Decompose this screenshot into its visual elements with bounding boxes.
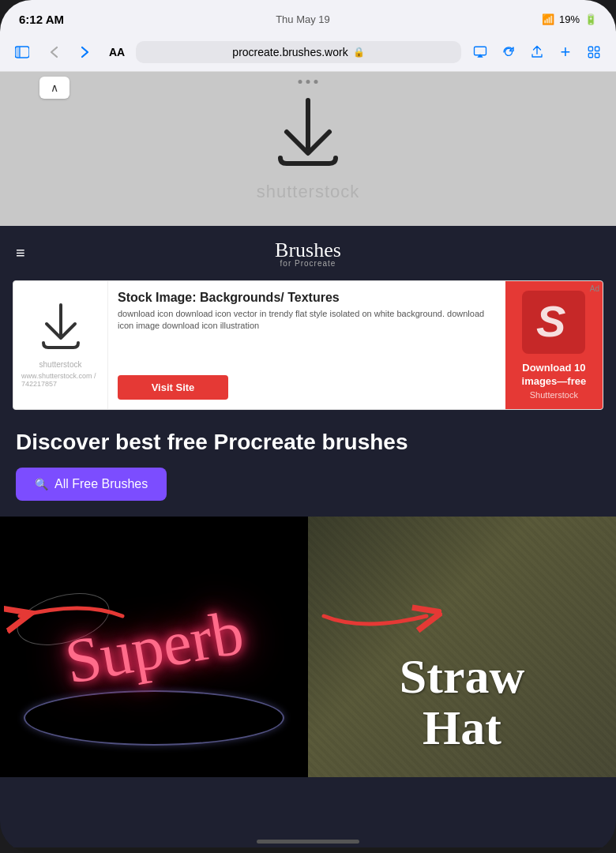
website-nav: ≡ Brushes for Procreate (0, 226, 616, 280)
svg-rect-3 (475, 47, 486, 55)
download-icon-large (272, 96, 344, 175)
status-bar: 6:12 AM Thu May 19 📶 19% 🔋 (0, 0, 616, 35)
dot-1 (299, 80, 302, 84)
share-button[interactable] (524, 39, 550, 65)
ad-image: shutterstock www.shutterstock.com / 7422… (13, 281, 108, 409)
ad-desc: download icon download icon vector in tr… (118, 308, 496, 333)
text-size-button[interactable]: AA (104, 39, 130, 65)
left-arrow-overlay (4, 596, 130, 636)
ad-download-icon (37, 302, 85, 357)
svg-rect-5 (595, 47, 599, 51)
ipad-frame: 6:12 AM Thu May 19 📶 19% 🔋 AA procreate.… (0, 0, 616, 853)
lock-icon: 🔒 (353, 47, 365, 58)
page-headline: Discover best free Procreate brushes (0, 423, 616, 468)
website-content: ≡ Brushes for Procreate Ad (0, 226, 616, 847)
ad-right-text: Download 10 images—free (515, 362, 593, 389)
ad-left: Stock Image: Backgrounds/ Textures downl… (108, 281, 505, 409)
straw-hat-text: Straw Hat (308, 651, 616, 753)
reload-button[interactable] (496, 39, 521, 65)
add-tab-button[interactable]: + (553, 39, 578, 65)
ad-content-row: shutterstock www.shutterstock.com / 7422… (13, 281, 505, 409)
url-bar[interactable]: procreate.brushes.work 🔒 (136, 41, 461, 63)
svg-rect-7 (595, 54, 599, 58)
tabs-button[interactable] (581, 39, 607, 65)
shutterstock-logo-box: S (522, 291, 585, 354)
ad-right: S Download 10 images—free Shutterstock (505, 281, 603, 409)
back-button[interactable] (41, 39, 66, 65)
status-date: Thu May 19 (276, 13, 330, 25)
ad-label: Ad (590, 284, 599, 293)
svg-rect-1 (15, 47, 20, 58)
airplay-button[interactable] (468, 39, 493, 65)
svg-rect-6 (588, 54, 592, 58)
shutterstock-s-icon: S (530, 295, 577, 349)
ad-url: www.shutterstock.com / 742217857 (21, 372, 100, 388)
svg-rect-4 (588, 47, 592, 51)
svg-text:S: S (536, 296, 565, 343)
sidebar-toggle-button[interactable] (9, 39, 35, 65)
collapse-button[interactable]: ∧ (39, 77, 69, 99)
url-text: procreate.brushes.work (232, 46, 347, 58)
home-indicator (257, 840, 359, 844)
visit-site-button[interactable]: Visit Site (118, 375, 228, 400)
ad-title: Stock Image: Backgrounds/ Textures (118, 291, 496, 305)
all-free-brushes-button[interactable]: 🔍 All Free Brushes (16, 468, 167, 501)
top-preview-card: shutterstock ∧ (0, 72, 616, 226)
status-time: 6:12 AM (19, 13, 64, 26)
status-icons: 📶 19% 🔋 (542, 13, 597, 25)
forward-button[interactable] (73, 39, 98, 65)
browser-chrome: AA procreate.brushes.work 🔒 + (0, 35, 616, 72)
neon-curl (24, 690, 284, 746)
brush-card-superb[interactable]: Superb (0, 517, 308, 777)
shutterstock-bg: shutterstock (0, 72, 616, 226)
brushes-btn-wrapper: 🔍 All Free Brushes (0, 468, 616, 517)
brushes-btn-label: All Free Brushes (54, 477, 148, 491)
main-content: shutterstock ∧ ≡ Brushes for Procreate (0, 72, 616, 847)
search-icon: 🔍 (35, 478, 48, 490)
brush-card-straw-hat[interactable]: Straw Hat (308, 517, 616, 777)
browser-actions: + (468, 39, 607, 65)
dot-2 (306, 80, 310, 84)
shutterstock-small-logo: shutterstock (39, 360, 82, 369)
site-logo: Brushes for Procreate (275, 239, 341, 268)
ad-right-sub: Shutterstock (530, 390, 578, 400)
ad-banner: Ad shutterstock www.shutterstock.com / 7… (13, 280, 603, 410)
hamburger-icon[interactable]: ≡ (16, 244, 25, 262)
shutterstock-logo: shutterstock (257, 182, 360, 202)
battery-level: 19% (559, 13, 580, 25)
right-arrow-overlay (316, 596, 612, 636)
wifi-icon: 📶 (542, 13, 554, 25)
battery-icon: 🔋 (584, 13, 597, 25)
dot-3 (314, 80, 318, 84)
brush-grid: Superb (0, 517, 616, 777)
logo-sub: for Procreate (275, 259, 341, 268)
